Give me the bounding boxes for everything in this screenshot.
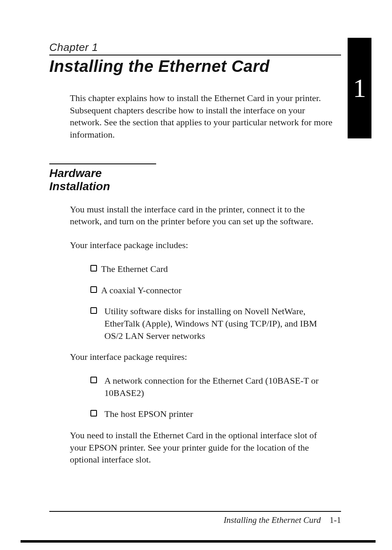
- list-item-text: A coaxial Y-connector: [101, 284, 337, 297]
- page-body: Chapter 1 Installing the Ethernet Card T…: [49, 41, 341, 518]
- paragraph: Your interface package requires:: [70, 351, 333, 363]
- title-rule: [49, 55, 341, 55]
- page-number: 1-1: [330, 515, 341, 525]
- checkbox-bullet-icon: [90, 377, 97, 383]
- chapter-title: Installing the Ethernet Card: [49, 57, 341, 76]
- checkbox-bullet-icon: [90, 410, 97, 417]
- paragraph: Your interface package includes:: [70, 239, 333, 251]
- list-item: A network connection for the Ethernet Ca…: [90, 375, 337, 399]
- requires-list: A network connection for the Ethernet Ca…: [90, 375, 337, 420]
- section-heading: Hardware Installation: [49, 167, 156, 193]
- running-title: Installing the Ethernet Curd: [224, 515, 321, 525]
- chapter-label: Chapter 1: [49, 41, 341, 54]
- list-item-text: A network connection for the Ethernet Ca…: [104, 375, 337, 399]
- footer-text: Installing the Ethernet Curd 1-1: [49, 515, 341, 525]
- list-item-text: The Ethernet Card: [101, 263, 337, 275]
- list-item: The Ethernet Card: [90, 263, 337, 275]
- chapter-tab-number: 1: [353, 75, 366, 101]
- footer-rule: [49, 511, 341, 512]
- intro-paragraph: This chapter explains how to install the…: [70, 92, 333, 141]
- checkbox-bullet-icon: [90, 286, 97, 293]
- checkbox-bullet-icon: [90, 265, 97, 272]
- paragraph: You need to install the Ethernet Card in…: [70, 429, 333, 466]
- page-footer: Installing the Ethernet Curd 1-1: [49, 511, 341, 525]
- list-item: The host EPSON printer: [90, 408, 337, 420]
- paragraph: You must install the interface card in t…: [70, 203, 333, 228]
- bottom-page-rule: [21, 540, 376, 543]
- list-item-text: The host EPSON printer: [104, 408, 337, 420]
- includes-list: The Ethernet Card A coaxial Y-connector …: [90, 263, 337, 342]
- chapter-tab: 1: [348, 38, 371, 138]
- checkbox-bullet-icon: [90, 307, 97, 314]
- list-item-text: Utility software disks for installing on…: [104, 305, 337, 342]
- list-item: A coaxial Y-connector: [90, 284, 337, 297]
- section-heading-rule: Hardware Installation: [49, 163, 156, 193]
- list-item: Utility software disks for installing on…: [90, 305, 337, 342]
